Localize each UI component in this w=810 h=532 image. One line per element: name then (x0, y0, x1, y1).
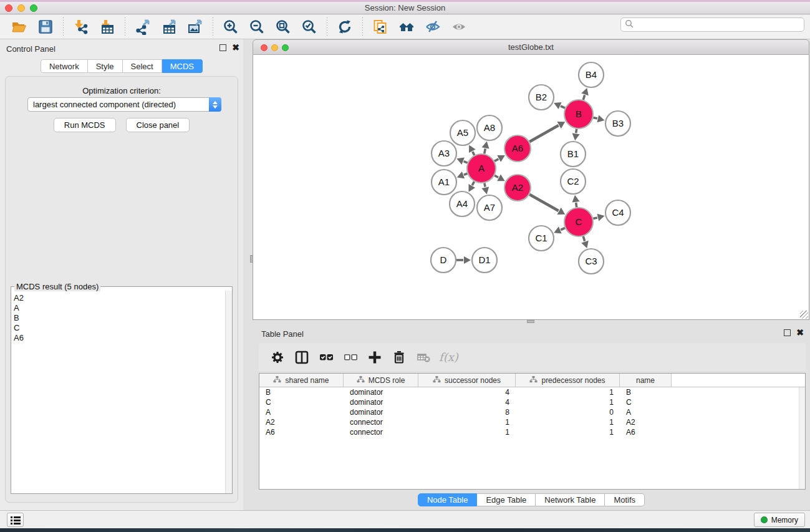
create-column-icon[interactable] (366, 349, 383, 366)
mcds-result-item[interactable]: A (14, 303, 225, 313)
result-scrollbar[interactable] (225, 291, 232, 493)
table-cell: 1 (516, 387, 620, 397)
hide-selected-icon[interactable] (423, 17, 442, 36)
edge-A-A8[interactable] (485, 148, 486, 153)
import-network-icon[interactable] (72, 17, 90, 36)
edge-C-C2[interactable] (576, 203, 577, 208)
graph-node-label-C2: C2 (567, 176, 579, 186)
table-toolbar: f(x) (259, 343, 806, 371)
delete-columns-icon[interactable] (390, 349, 408, 366)
edge-A-A3[interactable] (464, 162, 468, 163)
zoom-in-icon[interactable] (221, 17, 240, 36)
open-file-icon[interactable] (10, 17, 29, 36)
edge-arrow-icon (581, 241, 589, 248)
edge-C-C3[interactable] (583, 236, 584, 241)
first-neighbors-icon[interactable] (397, 17, 416, 36)
float-table-panel-icon[interactable] (784, 329, 791, 336)
tab-node-table[interactable]: Node Table (418, 493, 478, 506)
mcds-result-list: A2ABCA6 (11, 291, 225, 493)
column-header-successor-nodes[interactable]: successor nodes (418, 374, 516, 387)
zoom-fit-icon[interactable] (274, 17, 292, 36)
tab-network-table[interactable]: Network Table (536, 493, 605, 506)
export-image-icon[interactable] (186, 17, 205, 36)
network-canvas[interactable]: AA6A2BCA1A3A4A5A7A8B1B2B3B4C1C2C3C4DD1 (253, 55, 809, 320)
run-mcds-button[interactable]: Run MCDS (54, 118, 116, 132)
edge-C-C1[interactable] (561, 228, 565, 230)
close-panel-icon[interactable]: ✖ (232, 44, 239, 51)
close-table-panel-icon[interactable]: ✖ (796, 329, 804, 336)
import-table-icon[interactable] (98, 17, 117, 36)
edge-A-A4[interactable] (472, 181, 474, 185)
table-cell: A (620, 407, 672, 417)
edge-B-B4[interactable] (583, 95, 584, 100)
search-box (620, 17, 804, 32)
graph-node-label-A1: A1 (438, 177, 450, 187)
edge-A-A1[interactable] (464, 173, 468, 175)
network-close-button[interactable] (261, 44, 268, 51)
mcds-result-item[interactable]: C (14, 323, 225, 333)
mcds-result-item[interactable]: B (14, 313, 225, 323)
column-header-MCDS-role[interactable]: MCDS role (344, 374, 418, 387)
tab-motifs[interactable]: Motifs (605, 493, 645, 506)
graph-node-label-B3: B3 (612, 118, 624, 128)
tab-mcds[interactable]: MCDS (162, 59, 203, 73)
panel-collapse-handle-bottom[interactable] (527, 320, 534, 323)
mcds-result-item[interactable]: A6 (14, 333, 225, 343)
edge-A-A2[interactable] (494, 175, 498, 177)
table-row[interactable]: Cdominator41C (259, 397, 805, 407)
panel-collapse-handle-left[interactable] (250, 255, 253, 263)
export-network-icon[interactable] (133, 17, 152, 36)
table-cell: 1 (418, 417, 516, 427)
minimize-window-button[interactable] (17, 4, 25, 12)
table-cell: 4 (418, 397, 516, 407)
edge-C-C4[interactable] (593, 218, 597, 219)
edge-B-B3[interactable] (593, 118, 597, 119)
network-minimize-button[interactable] (271, 44, 278, 51)
graph-node-label-B4: B4 (586, 69, 597, 80)
edge-B-B2[interactable] (561, 106, 565, 108)
tab-style[interactable]: Style (88, 59, 123, 73)
table-row[interactable]: Bdominator41B (259, 387, 805, 397)
task-history-button[interactable] (7, 513, 24, 527)
apply-layout-icon[interactable] (335, 17, 354, 36)
tab-edge-table[interactable]: Edge Table (477, 493, 536, 506)
close-window-button[interactable] (5, 4, 12, 12)
edge-A-A7[interactable] (485, 183, 485, 187)
edge-A-A6[interactable] (494, 159, 498, 162)
float-panel-icon[interactable] (219, 44, 226, 51)
edge-B-B1[interactable] (576, 129, 577, 133)
export-table-icon[interactable] (160, 17, 178, 36)
network-zoom-button[interactable] (282, 44, 289, 51)
table-cell: A (259, 407, 344, 417)
column-header-shared-name[interactable]: shared name (259, 374, 344, 387)
unselect-all-columns-icon[interactable] (342, 349, 359, 366)
network-from-selection-icon[interactable] (371, 17, 390, 36)
save-session-icon[interactable] (36, 17, 55, 36)
tab-select[interactable]: Select (123, 59, 162, 73)
edge-A-A5[interactable] (473, 152, 475, 155)
zoom-window-button[interactable] (30, 4, 37, 12)
column-header-name[interactable]: name (620, 374, 672, 387)
criterion-dropdown[interactable]: largest connected component (directed) (27, 97, 221, 112)
table-scrollbar[interactable] (799, 387, 805, 489)
table-row[interactable]: A2connector11A2 (259, 417, 805, 427)
edge-A6-B[interactable] (529, 125, 559, 142)
table-cell: B (259, 387, 344, 397)
table-mode-gear-icon[interactable] (269, 349, 286, 366)
edge-arrow-icon (469, 184, 476, 192)
show-columns-icon[interactable] (293, 349, 311, 366)
memory-button[interactable]: Memory (754, 513, 805, 527)
mcds-result-item[interactable]: A2 (14, 293, 225, 303)
zoom-selected-icon[interactable] (300, 17, 319, 36)
search-input[interactable] (634, 19, 804, 31)
zoom-out-icon[interactable] (248, 17, 266, 36)
table-row[interactable]: Adominator80A (259, 407, 805, 417)
window-resize-grip[interactable] (800, 311, 808, 319)
select-all-columns-icon[interactable] (317, 349, 335, 366)
column-header-predecessor-nodes[interactable]: predecessor nodes (516, 374, 620, 387)
graph-node-label-B: B (576, 109, 582, 119)
close-panel-button[interactable]: Close panel (126, 118, 190, 132)
edge-A2-C[interactable] (529, 195, 559, 211)
table-row[interactable]: A6connector11A6 (259, 427, 805, 437)
tab-network[interactable]: Network (41, 59, 88, 73)
